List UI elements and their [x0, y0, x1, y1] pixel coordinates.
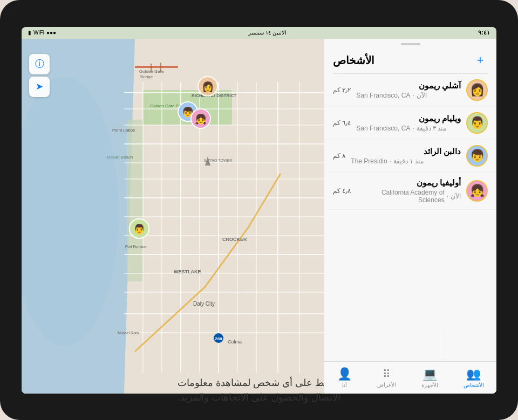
tab-devices-icon: 💻 — [422, 367, 437, 381]
person-distance-olivia: ٤٫٨ كم — [333, 187, 351, 195]
wifi-icon: WiFi — [33, 30, 44, 36]
person-name-dalbin: دالبن الرائد — [351, 147, 461, 156]
panel-title: الأشخاص — [333, 54, 374, 67]
tab-me[interactable]: 👤 أنا — [329, 365, 360, 390]
svg-text:Golden Gate: Golden Gate — [139, 69, 164, 74]
person-name-ashley: آشلي ريمون — [356, 81, 461, 91]
svg-text:280: 280 — [215, 336, 222, 341]
ipad-frame: ٩:٤١ الاثنين ١٤ سبتمبر ●●● WiFi ▮ — [0, 0, 518, 420]
svg-text:Mussel Rock: Mussel Rock — [118, 331, 140, 335]
status-date: الاثنين ١٤ سبتمبر — [248, 30, 287, 36]
add-person-button[interactable]: + — [473, 53, 488, 68]
left-toolbar: ⓘ ➤ — [29, 54, 50, 97]
tab-items[interactable]: ⠿ الأغراض — [369, 366, 405, 390]
person-distance-william: ٦٫٤ كم — [333, 119, 351, 127]
svg-text:👨: 👨 — [133, 223, 146, 235]
person-avatar-dalbin: 👦 — [466, 145, 488, 167]
tab-persons-label: الأشخاص — [464, 382, 484, 388]
tab-persons-icon: 👥 — [466, 367, 481, 381]
info-button[interactable]: ⓘ — [29, 54, 50, 74]
status-time: ٩:٤١ — [478, 29, 490, 36]
person-info-olivia: أوليفيا ريمون الآن · California Academy … — [356, 178, 461, 204]
right-panel: + الأشخاص 👩 آشلي ريمون الآن · San Franci… — [324, 39, 496, 394]
svg-text:Ocean Beach: Ocean Beach — [107, 155, 133, 160]
status-bar: ٩:٤١ الاثنين ١٤ سبتمبر ●●● WiFi ▮ — [22, 27, 496, 39]
tab-me-icon: 👤 — [337, 367, 352, 381]
person-list: 👩 آشلي ريمون الآن · San Francisco, CA ٣٫… — [324, 74, 496, 361]
person-item-olivia[interactable]: 👧 أوليفيا ريمون الآن · California Academ… — [324, 173, 496, 210]
svg-text:👩: 👩 — [202, 81, 214, 93]
person-location-william: منذ ٣ دقيقة · San Francisco, CA — [356, 125, 461, 132]
person-item-dalbin[interactable]: 👦 دالبن الرائد منذ ١ دقيقة · The Presidi… — [324, 140, 496, 173]
svg-text:Daly City: Daly City — [193, 301, 215, 307]
person-avatar-ashley: 👩 — [466, 79, 488, 101]
person-distance-dalbin: ٨ كم — [333, 152, 345, 160]
instruction-line1: اضغط على أي شخص لمشاهدة معلومات — [178, 376, 340, 390]
tab-items-icon: ⠿ — [383, 368, 391, 381]
svg-text:WESTLAKE: WESTLAKE — [174, 269, 201, 274]
instruction-line2: الاتصال والحصول على الاتجاهات والمزيد. — [178, 390, 340, 405]
person-distance-ashley: ٣٫٢ كم — [333, 86, 351, 94]
svg-text:SUTRO TOWER: SUTRO TOWER — [204, 159, 232, 162]
panel-header: + الأشخاص — [324, 45, 496, 73]
status-icons: ●●● WiFi ▮ — [28, 30, 56, 36]
person-name-olivia: أوليفيا ريمون — [356, 178, 461, 188]
person-item-ashley[interactable]: 👩 آشلي ريمون الآن · San Francisco, CA ٣٫… — [324, 74, 496, 107]
tab-persons[interactable]: 👥 الأشخاص — [455, 365, 493, 390]
person-avatar-olivia: 👧 — [466, 180, 488, 202]
tab-devices-label: الأجهزة — [421, 382, 438, 388]
person-item-william[interactable]: 👨 ويليام ريمون منذ ٣ دقيقة · San Francis… — [324, 107, 496, 140]
tab-items-label: الأغراض — [377, 382, 396, 388]
person-avatar-william: 👨 — [466, 112, 488, 134]
svg-text:Bridge: Bridge — [140, 74, 153, 79]
battery-icon: ▮ — [28, 30, 31, 36]
svg-text:Fort Funston: Fort Funston — [125, 245, 147, 249]
svg-text:Point Lobos: Point Lobos — [112, 128, 135, 133]
person-location-olivia: الآن · California Academy of Sciences — [356, 189, 461, 204]
instruction-text: اضغط على أي شخص لمشاهدة معلومات الاتصال … — [178, 376, 340, 405]
ipad-screen: ٩:٤١ الاثنين ١٤ سبتمبر ●●● WiFi ▮ — [22, 27, 496, 394]
person-location-ashley: الآن · San Francisco, CA — [356, 92, 461, 99]
tab-devices[interactable]: 💻 الأجهزة — [413, 365, 447, 390]
person-name-william: ويليام ريمون — [356, 114, 461, 123]
person-info-ashley: آشلي ريمون الآن · San Francisco, CA — [356, 81, 461, 99]
person-location-dalbin: منذ ١ دقيقة · The Presidio — [351, 157, 461, 165]
svg-text:Colma: Colma — [228, 339, 242, 345]
person-info-dalbin: دالبن الرائد منذ ١ دقيقة · The Presidio — [351, 147, 461, 165]
info-icon: ⓘ — [35, 58, 44, 70]
person-info-william: ويليام ريمون منذ ٣ دقيقة · San Francisco… — [356, 114, 461, 132]
tab-bar: 👥 الأشخاص 💻 الأجهزة ⠿ الأغراض 👤 أنا — [324, 361, 496, 394]
svg-text:CROCKER: CROCKER — [222, 237, 247, 242]
location-icon: ➤ — [36, 81, 43, 92]
location-button[interactable]: ➤ — [29, 77, 50, 97]
signal-icon: ●●● — [46, 30, 56, 36]
tab-me-label: أنا — [342, 382, 347, 388]
svg-text:👧: 👧 — [195, 113, 207, 125]
